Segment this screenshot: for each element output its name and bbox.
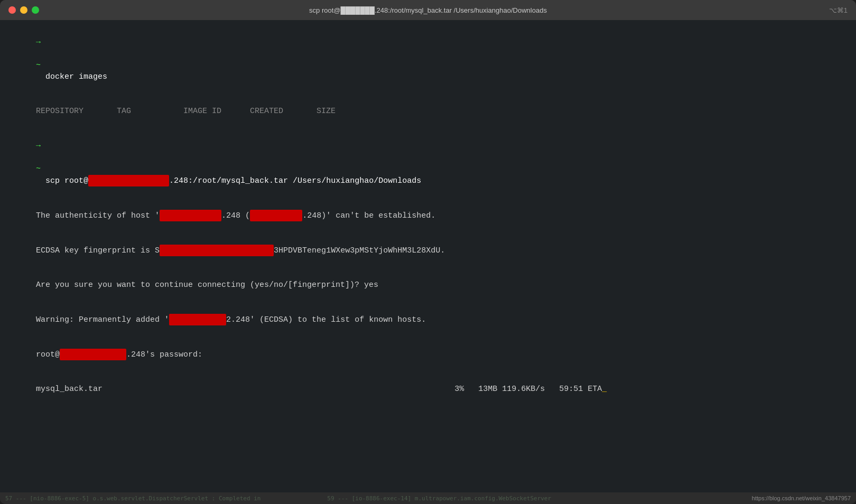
auth-text-1: The authenticity of host ' [36, 211, 160, 220]
root-at: root@ [36, 350, 60, 359]
terminal-body[interactable]: → ~ docker images REPOSITORY TAG IMAGE I… [0, 20, 856, 492]
redacted-ip-3 [250, 210, 302, 221]
terminal-window: scp root@███████.248:/root/mysql_back.ta… [0, 0, 856, 504]
prompt-arrow: → [36, 38, 41, 47]
terminal-line-progress: mysql_back.tar 3% 13MB 119.6KB/s 59:51 E… [7, 372, 849, 407]
ecdsa-text-1: ECDSA key fingerprint is S [36, 246, 160, 255]
warning-text-2: 2.248' (ECDSA) to the list of known host… [226, 315, 426, 324]
bottom-right-url: https://blog.csdn.net/weixin_43847957 [752, 495, 851, 501]
bottom-bar: 57 --- [nio-8886-exec-5] o.s.web.servlet… [0, 492, 856, 504]
progress-filename: mysql_back.tar 3% 13MB 119.6KB/s 59:51 E… [36, 385, 602, 394]
keyboard-shortcut: ⌥⌘1 [829, 6, 848, 14]
terminal-line-confirm: Are you sure you want to continue connec… [7, 268, 849, 302]
terminal-line: → ~ docker images [7, 25, 849, 95]
redacted-fingerprint [160, 245, 274, 256]
minimize-button[interactable] [20, 6, 27, 14]
prompt-arrow-2: → [36, 142, 41, 151]
warning-text-1: Warning: Permanently added ' [36, 315, 169, 324]
maximize-button[interactable] [32, 6, 39, 14]
redacted-ip-2 [160, 210, 221, 221]
header-text: REPOSITORY TAG IMAGE ID CREATED SIZE [36, 107, 336, 116]
prompt-tilde [36, 50, 45, 59]
command-text: docker images [36, 72, 107, 81]
auth-text-3: .248)' can't be established. [302, 211, 435, 220]
scp-command: scp root@ [36, 176, 88, 185]
terminal-header-line: REPOSITORY TAG IMAGE ID CREATED SIZE [7, 95, 849, 129]
redacted-ip-4 [169, 314, 226, 325]
redacted-ip-1 [88, 175, 169, 186]
terminal-line-password: root@ .248's password: [7, 338, 849, 372]
ecdsa-text-2: 3HPDVBTeneg1WXew3pMStYjoWhHM3L28XdU. [274, 246, 445, 255]
window-title: scp root@███████.248:/root/mysql_back.ta… [309, 6, 547, 14]
scp-command-2: .248:/root/mysql_back.tar /Users/huxiang… [169, 176, 421, 185]
password-prompt: .248's password: [126, 350, 202, 359]
auth-text-2: .248 ( [221, 211, 250, 220]
bottom-left: 57 --- [nio-8886-exec-5] o.s.web.servlet… [5, 495, 752, 502]
tilde-2: ~ [36, 164, 41, 173]
spacer [36, 153, 45, 162]
terminal-line-auth: The authenticity of host ' .248 ( .248)'… [7, 198, 849, 233]
confirm-text: Are you sure you want to continue connec… [36, 281, 378, 290]
close-button[interactable] [8, 6, 16, 14]
redacted-ip-5 [60, 349, 126, 360]
terminal-line-scp: → ~ scp root@ .248:/root/mysql_back.tar … [7, 129, 849, 198]
traffic-lights [8, 6, 39, 14]
prompt-tilde-char: ~ [36, 61, 41, 70]
terminal-line-warning: Warning: Permanently added ' 2.248' (ECD… [7, 303, 849, 338]
terminal-line-ecdsa: ECDSA key fingerprint is S 3HPDVBTeneg1W… [7, 233, 849, 268]
progress-cursor: _ [602, 385, 607, 394]
titlebar: scp root@███████.248:/root/mysql_back.ta… [0, 0, 856, 20]
